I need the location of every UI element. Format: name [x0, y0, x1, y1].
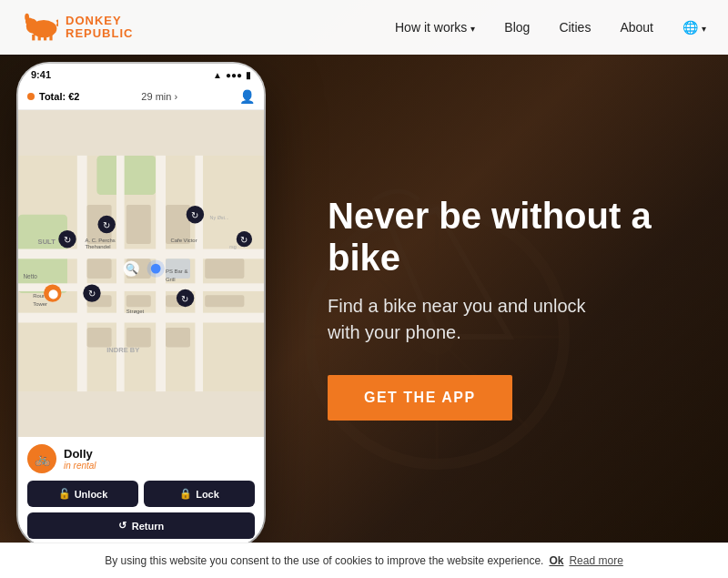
svg-text:↻: ↻: [191, 210, 198, 220]
svg-rect-21: [77, 156, 87, 391]
svg-rect-6: [44, 35, 46, 40]
logo[interactable]: DONKEY REPUBLIC: [22, 13, 133, 42]
svg-text:Cafe Victor: Cafe Victor: [170, 238, 197, 243]
svg-text:Thehandel: Thehandel: [85, 245, 110, 250]
hero-content: Never be without a bike Find a bike near…: [328, 195, 673, 421]
svg-rect-4: [32, 35, 35, 40]
globe-icon: 🌐: [682, 20, 698, 35]
phone-mockup: 9:41 ▲ ●●● ▮ Total: €2 29 min › 👤: [18, 64, 264, 546]
nav-blog[interactable]: Blog: [504, 20, 530, 35]
person-icon: 👤: [239, 89, 255, 104]
svg-rect-38: [166, 328, 190, 348]
phone-time: 9:41: [31, 69, 51, 80]
svg-text:A. C. Perchs: A. C. Perchs: [85, 238, 115, 243]
svg-text:🔍: 🔍: [126, 262, 138, 275]
trip-time: 29 min ›: [141, 91, 177, 102]
unlock-button[interactable]: 🔓 Unlock: [27, 481, 138, 507]
svg-text:rsg: rsg: [229, 245, 237, 250]
svg-rect-17: [96, 156, 156, 195]
svg-text:SULT: SULT: [38, 238, 56, 246]
svg-text:Grill: Grill: [166, 277, 176, 282]
svg-text:↻: ↻: [64, 235, 71, 245]
cookie-read-more-link[interactable]: Read more: [569, 554, 622, 567]
phone-frame: 9:41 ▲ ●●● ▮ Total: €2 29 min › 👤: [18, 64, 264, 546]
return-icon: ↺: [118, 520, 126, 532]
orange-dot-icon: [27, 93, 35, 100]
phone-screen: 9:41 ▲ ●●● ▮ Total: €2 29 min › 👤: [18, 64, 264, 546]
chevron-down-icon: [470, 20, 475, 35]
svg-rect-7: [49, 35, 52, 40]
chevron-down-icon: [702, 20, 706, 35]
chevron-right-icon: ›: [174, 91, 177, 102]
status-bar: 9:41 ▲ ●●● ▮: [18, 64, 264, 84]
return-button[interactable]: ↺ Return: [27, 512, 255, 539]
svg-text:Strøget: Strøget: [126, 309, 145, 314]
cookie-ok-button[interactable]: Ok: [549, 554, 563, 567]
action-row: 🔓 Unlock 🔒 Lock: [27, 481, 255, 507]
map-area: SULT Netto Round Tower A. C. Perchs Theh…: [18, 110, 264, 437]
svg-rect-36: [87, 328, 112, 348]
svg-rect-18: [18, 249, 264, 259]
bike-icon: 🚲: [27, 444, 56, 473]
nav-about[interactable]: About: [620, 20, 653, 35]
cookie-message: By using this website you consent to the…: [105, 554, 543, 567]
language-selector[interactable]: 🌐: [682, 20, 706, 35]
svg-text:INDRE BY: INDRE BY: [106, 346, 139, 354]
svg-rect-26: [126, 205, 151, 244]
get-app-button[interactable]: GET THE APP: [328, 375, 512, 421]
status-icons: ▲ ●●● ▮: [213, 70, 251, 80]
svg-rect-33: [126, 295, 151, 307]
svg-text:Netto: Netto: [23, 273, 37, 279]
signal-icon: ●●●: [226, 70, 242, 80]
svg-rect-5: [38, 35, 41, 40]
trip-total: Total: €2: [27, 91, 79, 102]
svg-rect-28: [87, 259, 112, 279]
logo-text-line1: DONKEY: [66, 15, 133, 27]
svg-rect-24: [195, 156, 203, 391]
bike-details: Dolly in rental: [64, 447, 96, 471]
cookie-bar: By using this website you consent to the…: [0, 543, 728, 578]
svg-point-53: [147, 259, 164, 277]
lock-open-icon: 🔓: [58, 488, 71, 500]
trip-total-label: Total: €2: [39, 91, 79, 102]
nav-how-it-works[interactable]: How it works: [395, 20, 475, 35]
svg-rect-35: [205, 295, 244, 307]
logo-text-line2: REPUBLIC: [66, 27, 133, 40]
bike-bottom-panel: 🚲 Dolly in rental 🔓 Unlock 🔒 Lock: [18, 437, 264, 546]
svg-text:Tower: Tower: [33, 301, 47, 307]
hero-heading: Never be without a bike: [328, 195, 673, 279]
wifi-icon: ▲: [213, 70, 222, 80]
svg-text:↻: ↻: [103, 220, 110, 230]
svg-rect-31: [205, 259, 244, 279]
hero-subtext: Find a bike near you and unlockwith your…: [328, 293, 673, 346]
svg-text:↻: ↻: [181, 294, 188, 304]
lock-closed-icon: 🔒: [179, 488, 192, 500]
svg-text:↻: ↻: [240, 235, 248, 245]
nav-links: How it works Blog Cities About 🌐: [395, 20, 706, 35]
battery-icon: ▮: [246, 70, 251, 80]
map-svg: SULT Netto Round Tower A. C. Perchs Theh…: [18, 110, 264, 437]
bike-name: Dolly: [64, 447, 96, 461]
svg-text:↻: ↻: [88, 289, 96, 299]
svg-text:Ny Øst...: Ny Øst...: [210, 215, 229, 220]
svg-rect-20: [18, 313, 264, 323]
lock-button[interactable]: 🔒 Lock: [144, 481, 255, 507]
svg-rect-37: [126, 328, 151, 348]
navigation: DONKEY REPUBLIC How it works Blog Cities…: [0, 0, 728, 55]
svg-point-3: [25, 14, 29, 21]
svg-rect-22: [116, 156, 125, 391]
svg-text:PS Bar &: PS Bar &: [166, 269, 187, 275]
trip-bar: Total: €2 29 min › 👤: [18, 84, 264, 110]
bike-status: in rental: [64, 461, 96, 471]
nav-cities[interactable]: Cities: [559, 20, 591, 35]
svg-text:⬤: ⬤: [48, 289, 58, 299]
bike-info: 🚲 Dolly in rental: [27, 444, 255, 473]
